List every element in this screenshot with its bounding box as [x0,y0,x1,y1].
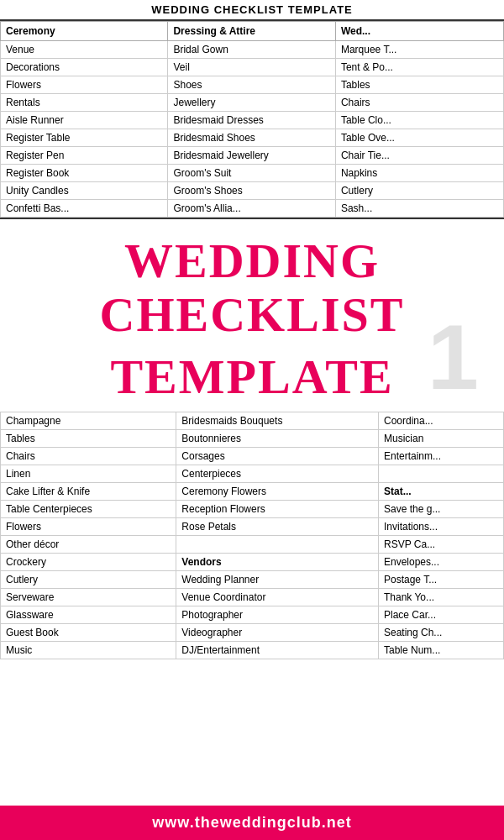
table-row: VenueBridal GownMarquee T... [1,41,504,59]
table-row: Guest BookVideographerSeating Ch... [1,624,504,642]
table-title: WEDDING CHECKLIST TEMPLATE [0,0,504,21]
table-row: Register PenBridesmaid JewelleryChair Ti… [1,147,504,165]
table-row: MusicDJ/EntertainmentTable Num... [1,642,504,659]
table-row: ServewareVenue CoordinatorThank Yo... [1,589,504,606]
table-row: Table CenterpiecesReception FlowersSave … [1,501,504,518]
table-row: FlowersRose PetalsInvitations... [1,518,504,536]
table-row: Cake Lifter & KnifeCeremony FlowersStat.… [1,483,504,501]
hero-title-line2: TEMPLATE [8,350,496,404]
bottom-table-section: ChampagneBridesmaids BouquetsCoordina...… [0,412,504,659]
bottom-checklist-table: ChampagneBridesmaids BouquetsCoordina...… [0,412,504,659]
table-row: GlasswarePhotographerPlace Car... [1,606,504,624]
table-row: LinenCenterpieces [1,465,504,483]
table-row: ChampagneBridesmaids BouquetsCoordina... [1,412,504,430]
table-row: DecorationsVeilTent & Po... [1,59,504,76]
hero-section: WEDDING CHECKLIST TEMPLATE 1 [0,219,504,412]
table-row: CrockeryVendorsEnvelopes... [1,554,504,571]
col-header-ceremony: Ceremony [1,22,168,41]
table-row: Other décorRSVP Ca... [1,536,504,554]
table-row: Confetti Bas...Groom's Allia...Sash... [1,200,504,218]
table-row: FlowersShoesTables [1,76,504,94]
top-checklist-table: Ceremony Dressing & Attire Wed... VenueB… [0,21,504,218]
table-row: Aisle RunnerBridesmaid DressesTable Clo.… [1,112,504,129]
table-row: TablesBoutonnieresMusician [1,430,504,448]
table-row: ChairsCorsagesEntertainm... [1,448,504,465]
footer: www.theweddingclub.net [0,806,504,840]
hero-title-line1: WEDDING CHECKLIST [8,234,496,342]
table-row: Unity CandlesGroom's ShoesCutlery [1,182,504,200]
table-row: RentalsJewelleryChairs [1,94,504,112]
table-row: CutleryWedding PlannerPostage T... [1,571,504,589]
table-row: Register BookGroom's SuitNapkins [1,165,504,182]
top-table-section: WEDDING CHECKLIST TEMPLATE Ceremony Dres… [0,0,504,219]
col-header-wed: Wed... [335,22,503,41]
col-header-dressing: Dressing & Attire [168,22,335,41]
table-row: Register TableBridesmaid ShoesTable Ove.… [1,129,504,147]
footer-url: www.theweddingclub.net [152,814,351,831]
